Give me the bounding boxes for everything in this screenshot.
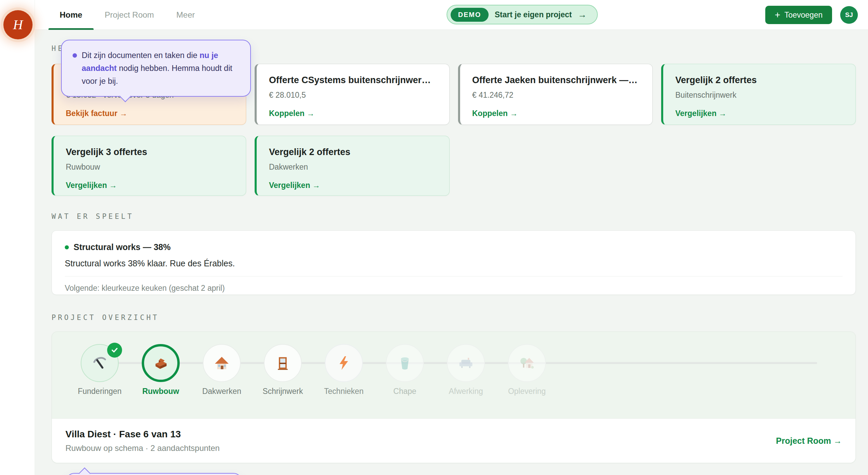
phase-technieken[interactable]: Technieken — [313, 332, 374, 419]
view-invoice-link[interactable]: Bekijk factuur → — [66, 109, 127, 118]
sofa-icon — [458, 355, 474, 371]
phase-chape[interactable]: Chape — [374, 332, 435, 419]
project-subtitle: Ruwbouw op schema · 2 aandachtspunten — [65, 443, 220, 453]
tab-meer[interactable]: Meer — [165, 0, 206, 30]
compare-card-dakwerken[interactable]: Vergelijk 2 offertes Dakwerken Vergelijk… — [255, 136, 449, 196]
phase-label: Technieken — [324, 387, 363, 396]
phase-label: Funderingen — [78, 387, 121, 396]
app-logo[interactable]: H — [3, 10, 33, 39]
tooltip-dot-icon — [73, 53, 77, 58]
status-body: Structural works 38% klaar. Rue des Érab… — [65, 259, 843, 268]
house-garden-icon — [519, 355, 535, 371]
plus-icon: + — [775, 10, 780, 20]
phase-circle — [81, 344, 119, 382]
tab-project-room[interactable]: Project Room — [94, 0, 165, 30]
coach-tooltip: Dit zijn documenten en taken die nu je a… — [61, 40, 251, 97]
offer-card-title: Offerte Jaeken buitenschrijnwerk —… — [472, 75, 640, 86]
demo-banner-label: Start je eigen project — [495, 10, 572, 19]
tooltip-text: Dit zijn documenten en taken die nu je a… — [82, 49, 240, 88]
compare-card-category: Dakwerken — [269, 163, 437, 172]
phase-circle — [508, 344, 546, 382]
status-section-heading: WAT ER SPEELT — [52, 212, 856, 221]
nav-tabs: Home Project Room Meer — [48, 0, 206, 30]
project-footer-text: Villa Diest · Fase 6 van 13 Ruwbouw op s… — [65, 429, 220, 453]
compare-link[interactable]: Vergelijken → — [269, 181, 320, 190]
phase-label: Dakwerken — [202, 387, 241, 396]
top-navigation: Home Project Room Meer DEMO Start je eig… — [35, 0, 868, 30]
offer-card-amount: € 41.246,72 — [472, 91, 640, 100]
project-section-heading: PROJECT OVERZICHT — [52, 314, 856, 322]
demo-badge: DEMO — [451, 8, 489, 22]
phase-funderingen[interactable]: Funderingen — [69, 332, 130, 419]
pickaxe-icon — [92, 355, 107, 371]
check-badge-icon — [107, 343, 122, 358]
add-button-label: Toevoegen — [784, 11, 823, 20]
phase-label: Oplevering — [508, 387, 546, 396]
compare-card-title: Vergelijk 3 offertes — [66, 147, 234, 157]
phase-timeline: Funderingen Ruwbouw — [52, 332, 855, 419]
compare-card-category: Buitenschrijnwerk — [675, 91, 843, 100]
phase-label: Chape — [393, 387, 416, 396]
project-title: Villa Diest · Fase 6 van 13 — [65, 429, 220, 440]
tab-home[interactable]: Home — [48, 0, 94, 30]
offer-card-amount: € 28.010,5 — [269, 91, 437, 100]
phase-circle — [142, 344, 180, 382]
offer-card-title: Offerte CSystems buitenschrijnwer… — [269, 75, 437, 86]
phase-circle — [447, 344, 485, 382]
compare-card-category: Ruwbouw — [66, 163, 234, 172]
phase-afwerking[interactable]: Afwerking — [435, 332, 496, 419]
demo-start-project-banner[interactable]: DEMO Start je eigen project → — [447, 5, 598, 24]
bucket-icon — [397, 355, 413, 371]
phase-label: Afwerking — [449, 387, 483, 396]
project-room-link[interactable]: Project Room → — [776, 436, 842, 446]
phase-circle — [325, 344, 363, 382]
project-footer: Villa Diest · Fase 6 van 13 Ruwbouw op s… — [52, 418, 855, 463]
compare-link[interactable]: Vergelijken → — [66, 181, 117, 190]
offer-card-csystems[interactable]: Offerte CSystems buitenschrijnwer… € 28.… — [255, 64, 449, 125]
left-sidebar — [0, 0, 35, 475]
attention-cards-row-2: Vergelijk 3 offertes Ruwbouw Vergelijken… — [52, 136, 856, 196]
lightning-icon — [336, 355, 352, 371]
project-overview-card: Funderingen Ruwbouw — [52, 331, 856, 463]
link-offer-link[interactable]: Koppelen → — [269, 109, 314, 118]
status-dot-icon — [65, 245, 69, 249]
coach-tooltip-partial — [66, 473, 242, 475]
phase-label: Ruwbouw — [142, 387, 179, 396]
status-card[interactable]: Structural works — 38% Structural works … — [52, 230, 856, 295]
divider — [65, 276, 843, 277]
nav-right-actions: + Toevoegen SJ — [765, 0, 858, 30]
brick-icon — [153, 355, 169, 371]
phase-oplevering[interactable]: Oplevering — [496, 332, 557, 419]
status-title-row: Structural works — 38% — [65, 242, 843, 252]
compare-card-title: Vergelijk 2 offertes — [675, 75, 843, 86]
compare-card-ruwbouw[interactable]: Vergelijk 3 offertes Ruwbouw Vergelijken… — [52, 136, 246, 196]
phase-label: Schrijnwerk — [263, 387, 303, 396]
status-next-step: Volgende: kleurkeuze keuken (geschat 2 a… — [65, 284, 843, 293]
compare-card-title: Vergelijk 2 offertes — [269, 147, 437, 157]
arrow-right-icon: → — [578, 10, 587, 20]
compare-link[interactable]: Vergelijken → — [675, 109, 727, 118]
window-icon — [275, 355, 291, 371]
phase-dakwerken[interactable]: Dakwerken — [191, 332, 252, 419]
phase-ruwbouw[interactable]: Ruwbouw — [130, 332, 191, 419]
offer-card-jaeken[interactable]: Offerte Jaeken buitenschrijnwerk —… € 41… — [458, 64, 653, 125]
add-button[interactable]: + Toevoegen — [765, 6, 832, 24]
link-offer-link[interactable]: Koppelen → — [472, 109, 518, 118]
phase-schrijnwerk[interactable]: Schrijnwerk — [252, 332, 313, 419]
compare-card-buitenschrijnwerk[interactable]: Vergelijk 2 offertes Buitenschrijnwerk V… — [661, 64, 856, 125]
phase-circle — [203, 344, 241, 382]
phase-circle — [386, 344, 424, 382]
user-avatar[interactable]: SJ — [840, 6, 858, 24]
status-title: Structural works — 38% — [74, 242, 171, 252]
house-icon — [214, 355, 230, 371]
phase-circle — [264, 344, 302, 382]
logo-letter: H — [13, 17, 23, 33]
